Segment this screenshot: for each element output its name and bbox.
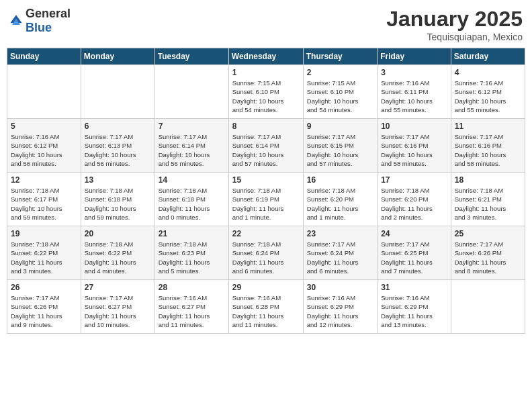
- day-info: Sunrise: 7:17 AM Sunset: 6:14 PM Dayligh…: [159, 132, 225, 168]
- day-number: 11: [455, 122, 521, 131]
- logo-general: General: [26, 7, 71, 20]
- day-info: Sunrise: 7:17 AM Sunset: 6:16 PM Dayligh…: [455, 132, 521, 168]
- logo-icon: [9, 14, 23, 28]
- day-info: Sunrise: 7:16 AM Sunset: 6:28 PM Dayligh…: [232, 293, 300, 329]
- day-number: 13: [85, 175, 151, 185]
- day-info: Sunrise: 7:18 AM Sunset: 6:22 PM Dayligh…: [11, 240, 77, 275]
- weekday-header-sunday: Sunday: [7, 48, 81, 65]
- weekday-header-saturday: Saturday: [451, 48, 525, 65]
- calendar-cell: 24Sunrise: 7:17 AM Sunset: 6:25 PM Dayli…: [378, 226, 451, 280]
- calendar-cell: [7, 65, 81, 119]
- day-number: 20: [85, 229, 151, 238]
- day-info: Sunrise: 7:18 AM Sunset: 6:22 PM Dayligh…: [85, 240, 151, 275]
- calendar-cell: 7Sunrise: 7:17 AM Sunset: 6:14 PM Daylig…: [154, 119, 228, 173]
- calendar-week-row: 1Sunrise: 7:15 AM Sunset: 6:10 PM Daylig…: [7, 65, 525, 119]
- calendar-cell: 13Sunrise: 7:18 AM Sunset: 6:18 PM Dayli…: [81, 173, 154, 226]
- day-info: Sunrise: 7:15 AM Sunset: 6:10 PM Dayligh…: [232, 79, 300, 114]
- day-info: Sunrise: 7:18 AM Sunset: 6:17 PM Dayligh…: [11, 186, 77, 222]
- calendar-week-row: 12Sunrise: 7:18 AM Sunset: 6:17 PM Dayli…: [7, 173, 525, 226]
- calendar-cell: 12Sunrise: 7:18 AM Sunset: 6:17 PM Dayli…: [7, 173, 81, 226]
- day-number: 3: [381, 68, 447, 77]
- logo-blue: Blue: [26, 21, 52, 34]
- calendar-cell: 3Sunrise: 7:16 AM Sunset: 6:11 PM Daylig…: [378, 65, 451, 119]
- calendar-cell: 31Sunrise: 7:16 AM Sunset: 6:29 PM Dayli…: [378, 280, 451, 334]
- calendar-cell: 2Sunrise: 7:15 AM Sunset: 6:10 PM Daylig…: [303, 65, 377, 119]
- day-info: Sunrise: 7:17 AM Sunset: 6:26 PM Dayligh…: [11, 293, 77, 329]
- calendar-cell: 14Sunrise: 7:18 AM Sunset: 6:18 PM Dayli…: [154, 173, 228, 226]
- day-number: 17: [381, 175, 447, 185]
- calendar-cell: [81, 65, 154, 119]
- day-info: Sunrise: 7:17 AM Sunset: 6:15 PM Dayligh…: [307, 132, 373, 168]
- day-number: 24: [381, 229, 447, 238]
- day-number: 5: [11, 122, 77, 131]
- day-number: 27: [85, 283, 151, 292]
- day-info: Sunrise: 7:16 AM Sunset: 6:12 PM Dayligh…: [455, 79, 521, 114]
- calendar-cell: 19Sunrise: 7:18 AM Sunset: 6:22 PM Dayli…: [7, 226, 81, 280]
- calendar-week-row: 26Sunrise: 7:17 AM Sunset: 6:26 PM Dayli…: [7, 280, 525, 334]
- day-number: 9: [307, 122, 373, 131]
- day-info: Sunrise: 7:18 AM Sunset: 6:21 PM Dayligh…: [455, 186, 521, 222]
- title-block: January 2025 Tequisquiapan, Mexico: [386, 7, 523, 42]
- weekday-header-thursday: Thursday: [303, 48, 377, 65]
- day-number: 16: [307, 175, 373, 185]
- day-number: 2: [307, 68, 373, 77]
- day-info: Sunrise: 7:18 AM Sunset: 6:20 PM Dayligh…: [307, 186, 373, 222]
- calendar-cell: 22Sunrise: 7:18 AM Sunset: 6:24 PM Dayli…: [228, 226, 303, 280]
- day-number: 10: [381, 122, 447, 131]
- calendar-cell: 1Sunrise: 7:15 AM Sunset: 6:10 PM Daylig…: [228, 65, 303, 119]
- location: Tequisquiapan, Mexico: [386, 32, 523, 42]
- day-info: Sunrise: 7:18 AM Sunset: 6:19 PM Dayligh…: [232, 186, 300, 222]
- calendar-cell: 25Sunrise: 7:17 AM Sunset: 6:26 PM Dayli…: [451, 226, 525, 280]
- calendar-cell: 5Sunrise: 7:16 AM Sunset: 6:12 PM Daylig…: [7, 119, 81, 173]
- day-number: 19: [11, 229, 77, 238]
- calendar-cell: 16Sunrise: 7:18 AM Sunset: 6:20 PM Dayli…: [303, 173, 377, 226]
- day-number: 23: [307, 229, 373, 238]
- month-title: January 2025: [386, 7, 523, 32]
- day-info: Sunrise: 7:17 AM Sunset: 6:13 PM Dayligh…: [85, 132, 151, 168]
- day-number: 4: [455, 68, 521, 77]
- day-number: 14: [159, 175, 225, 185]
- calendar-cell: 4Sunrise: 7:16 AM Sunset: 6:12 PM Daylig…: [451, 65, 525, 119]
- weekday-header-row: SundayMondayTuesdayWednesdayThursdayFrid…: [7, 48, 525, 65]
- day-info: Sunrise: 7:17 AM Sunset: 6:24 PM Dayligh…: [307, 240, 373, 275]
- calendar-cell: 15Sunrise: 7:18 AM Sunset: 6:19 PM Dayli…: [228, 173, 303, 226]
- calendar-cell: 10Sunrise: 7:17 AM Sunset: 6:16 PM Dayli…: [378, 119, 451, 173]
- calendar-cell: 28Sunrise: 7:16 AM Sunset: 6:27 PM Dayli…: [154, 280, 228, 334]
- calendar-cell: 21Sunrise: 7:18 AM Sunset: 6:23 PM Dayli…: [154, 226, 228, 280]
- logo: General Blue: [9, 7, 71, 35]
- day-number: 6: [85, 122, 151, 131]
- day-info: Sunrise: 7:17 AM Sunset: 6:25 PM Dayligh…: [381, 240, 447, 275]
- day-number: 7: [159, 122, 225, 131]
- calendar-cell: 23Sunrise: 7:17 AM Sunset: 6:24 PM Dayli…: [303, 226, 377, 280]
- day-number: 18: [455, 175, 521, 185]
- day-number: 21: [159, 229, 225, 238]
- weekday-header-monday: Monday: [81, 48, 154, 65]
- day-info: Sunrise: 7:18 AM Sunset: 6:18 PM Dayligh…: [85, 186, 151, 222]
- day-number: 22: [232, 229, 300, 238]
- calendar-cell: [451, 280, 525, 334]
- day-info: Sunrise: 7:16 AM Sunset: 6:29 PM Dayligh…: [307, 293, 373, 329]
- day-info: Sunrise: 7:17 AM Sunset: 6:26 PM Dayligh…: [455, 240, 521, 275]
- day-info: Sunrise: 7:17 AM Sunset: 6:27 PM Dayligh…: [85, 293, 151, 329]
- day-info: Sunrise: 7:16 AM Sunset: 6:11 PM Dayligh…: [381, 79, 447, 114]
- page-header: General Blue January 2025 Tequisquiapan,…: [7, 7, 525, 42]
- weekday-header-friday: Friday: [378, 48, 451, 65]
- day-number: 26: [11, 283, 77, 292]
- calendar-cell: [154, 65, 228, 119]
- calendar-cell: 8Sunrise: 7:17 AM Sunset: 6:14 PM Daylig…: [228, 119, 303, 173]
- calendar-week-row: 5Sunrise: 7:16 AM Sunset: 6:12 PM Daylig…: [7, 119, 525, 173]
- day-number: 25: [455, 229, 521, 238]
- day-info: Sunrise: 7:16 AM Sunset: 6:12 PM Dayligh…: [11, 132, 77, 168]
- calendar-cell: 26Sunrise: 7:17 AM Sunset: 6:26 PM Dayli…: [7, 280, 81, 334]
- calendar-week-row: 19Sunrise: 7:18 AM Sunset: 6:22 PM Dayli…: [7, 226, 525, 280]
- day-number: 1: [232, 68, 300, 77]
- day-info: Sunrise: 7:17 AM Sunset: 6:14 PM Dayligh…: [232, 132, 300, 168]
- day-number: 12: [11, 175, 77, 185]
- day-number: 31: [381, 283, 447, 292]
- day-info: Sunrise: 7:18 AM Sunset: 6:24 PM Dayligh…: [232, 240, 300, 275]
- weekday-header-tuesday: Tuesday: [154, 48, 228, 65]
- calendar-table: SundayMondayTuesdayWednesdayThursdayFrid…: [7, 48, 525, 334]
- day-info: Sunrise: 7:16 AM Sunset: 6:27 PM Dayligh…: [159, 293, 225, 329]
- calendar-cell: 11Sunrise: 7:17 AM Sunset: 6:16 PM Dayli…: [451, 119, 525, 173]
- calendar-cell: 17Sunrise: 7:18 AM Sunset: 6:20 PM Dayli…: [378, 173, 451, 226]
